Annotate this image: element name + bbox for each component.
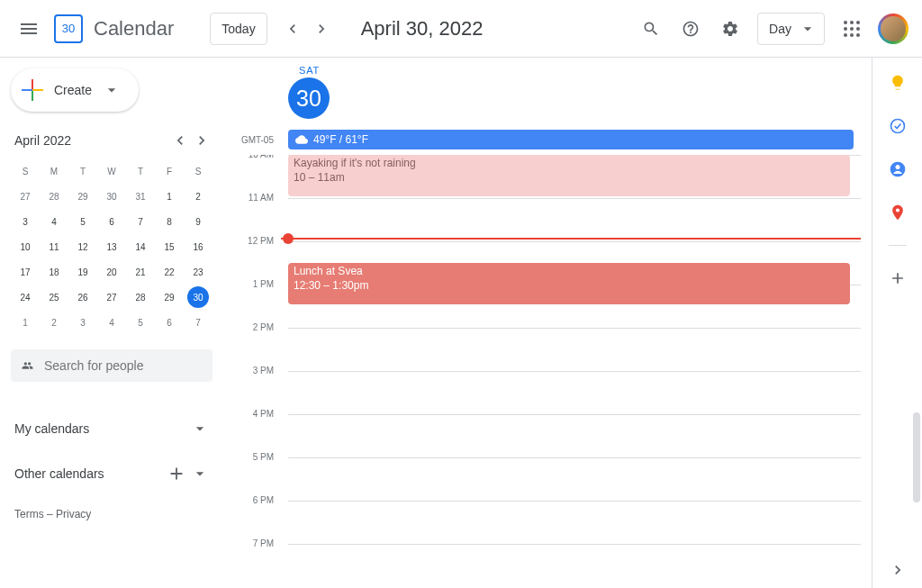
maps-icon[interactable]	[880, 194, 916, 231]
hour-label: 3 PM	[230, 366, 281, 409]
mini-day-cell[interactable]: 4	[97, 310, 126, 335]
mini-day-cell[interactable]: 7	[126, 209, 155, 234]
event-time: 12:30 – 1:30pm	[294, 279, 845, 294]
mini-day-cell[interactable]: 15	[155, 234, 184, 259]
app-logo[interactable]: 30 Calendar	[50, 11, 174, 47]
mini-day-cell[interactable]: 3	[68, 310, 97, 335]
today-button[interactable]: Today	[210, 13, 267, 45]
mini-day-cell[interactable]: 10	[11, 234, 40, 259]
google-apps-icon[interactable]	[834, 11, 870, 47]
mini-day-cell[interactable]: 12	[68, 234, 97, 259]
add-addon-button[interactable]	[880, 260, 916, 296]
hour-slot[interactable]	[288, 328, 861, 371]
day-number[interactable]: 30	[288, 77, 330, 119]
hour-slot[interactable]	[288, 501, 861, 544]
plus-icon	[22, 79, 43, 101]
mini-dow-header: F	[155, 158, 184, 184]
scrollbar-thumb[interactable]	[913, 412, 920, 502]
weather-icon	[295, 133, 308, 146]
mini-day-cell[interactable]: 20	[97, 259, 126, 285]
hour-slot[interactable]	[288, 198, 861, 241]
tasks-icon[interactable]	[880, 108, 916, 144]
mini-day-cell[interactable]: 1	[155, 184, 184, 209]
mini-calendar-month: April 2022	[11, 133, 169, 148]
mini-day-cell[interactable]: 3	[11, 209, 40, 234]
hour-slot[interactable]	[288, 544, 861, 587]
event-kayaking[interactable]: Kayaking if it's not raining 10 – 11am	[288, 155, 850, 196]
privacy-link[interactable]: Privacy	[56, 508, 91, 520]
mini-day-cell[interactable]: 17	[11, 259, 40, 285]
mini-day-cell[interactable]: 28	[126, 285, 155, 310]
current-date-title: April 30, 2022	[361, 17, 484, 41]
contacts-icon[interactable]	[880, 151, 916, 187]
mini-day-cell[interactable]: 7	[184, 310, 212, 335]
mini-day-cell[interactable]: 9	[184, 209, 212, 234]
collapse-rail-button[interactable]	[880, 552, 916, 588]
mini-day-cell[interactable]: 28	[40, 184, 68, 209]
mini-day-cell[interactable]: 2	[40, 310, 68, 335]
mini-day-cell[interactable]: 23	[184, 259, 212, 285]
prev-day-button[interactable]	[278, 14, 307, 43]
view-selector[interactable]: Day	[757, 13, 825, 45]
other-calendars-toggle[interactable]: Other calendars	[11, 450, 212, 497]
mini-day-cell[interactable]: 27	[97, 285, 126, 310]
hour-slot[interactable]	[288, 457, 861, 501]
mini-day-cell[interactable]: 13	[97, 234, 126, 259]
hour-label: 11 AM	[230, 193, 281, 236]
mini-day-cell[interactable]: 2	[184, 184, 212, 209]
mini-day-cell[interactable]: 31	[126, 184, 155, 209]
mini-day-cell[interactable]: 19	[68, 259, 97, 285]
mini-day-cell[interactable]: 26	[68, 285, 97, 310]
mini-day-cell[interactable]: 6	[97, 209, 126, 234]
mini-prev-month[interactable]	[169, 130, 191, 151]
mini-day-cell[interactable]: 16	[184, 234, 212, 259]
hour-slot[interactable]	[288, 414, 861, 457]
event-title: Lunch at Svea	[294, 265, 845, 279]
mini-day-cell[interactable]: 14	[126, 234, 155, 259]
settings-icon[interactable]	[712, 11, 748, 47]
help-icon[interactable]	[673, 11, 709, 47]
hour-slot[interactable]	[288, 371, 861, 414]
account-avatar[interactable]	[879, 14, 908, 43]
keep-icon[interactable]	[880, 65, 916, 101]
mini-day-cell[interactable]: 8	[155, 209, 184, 234]
event-lunch[interactable]: Lunch at Svea 12:30 – 1:30pm	[288, 263, 850, 304]
main-menu-button[interactable]	[7, 7, 50, 50]
add-calendar-button[interactable]	[166, 463, 187, 484]
search-icon[interactable]	[633, 11, 669, 47]
svg-point-3	[895, 208, 899, 212]
mini-day-cell[interactable]: 21	[126, 259, 155, 285]
chevron-down-icon	[191, 420, 209, 438]
chevron-down-icon	[191, 465, 209, 483]
mini-dow-header: S	[11, 158, 40, 184]
mini-day-cell[interactable]: 30	[184, 285, 212, 310]
mini-dow-header: M	[40, 158, 68, 184]
mini-day-cell[interactable]: 29	[155, 285, 184, 310]
day-of-week: SAT	[299, 65, 320, 76]
next-day-button[interactable]	[307, 14, 336, 43]
hour-label: 7 PM	[230, 538, 281, 582]
terms-link[interactable]: Terms	[14, 508, 44, 520]
mini-calendar[interactable]: SMTWTFS272829303112345678910111213141516…	[11, 158, 212, 335]
mini-day-cell[interactable]: 18	[40, 259, 68, 285]
mini-dow-header: T	[126, 158, 155, 184]
mini-day-cell[interactable]: 22	[155, 259, 184, 285]
mini-day-cell[interactable]: 29	[68, 184, 97, 209]
mini-day-cell[interactable]: 4	[40, 209, 68, 234]
mini-day-cell[interactable]: 5	[68, 209, 97, 234]
mini-day-cell[interactable]: 5	[126, 310, 155, 335]
search-people-field[interactable]	[11, 349, 212, 382]
allday-weather-event[interactable]: 49°F / 61°F	[288, 130, 854, 149]
search-people-input[interactable]	[44, 358, 202, 373]
mini-day-cell[interactable]: 6	[155, 310, 184, 335]
mini-day-cell[interactable]: 30	[97, 184, 126, 209]
mini-day-cell[interactable]: 1	[11, 310, 40, 335]
mini-day-cell[interactable]: 11	[40, 234, 68, 259]
mini-next-month[interactable]	[191, 130, 212, 151]
app-name: Calendar	[94, 17, 174, 41]
mini-day-cell[interactable]: 27	[11, 184, 40, 209]
my-calendars-toggle[interactable]: My calendars	[11, 407, 212, 450]
create-button[interactable]: Create	[11, 68, 139, 112]
mini-day-cell[interactable]: 25	[40, 285, 68, 310]
mini-day-cell[interactable]: 24	[11, 285, 40, 310]
